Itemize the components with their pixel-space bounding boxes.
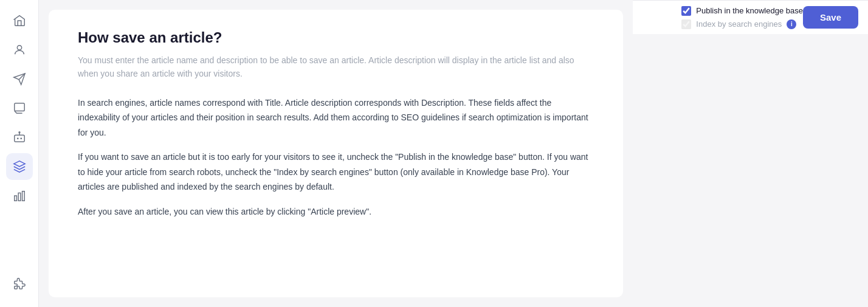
sidebar-item-contacts[interactable]: [6, 36, 33, 63]
index-info-icon[interactable]: i: [787, 19, 796, 29]
svg-rect-4: [14, 135, 24, 142]
user-icon: [13, 43, 26, 57]
svg-point-0: [17, 46, 21, 50]
index-checkbox-row[interactable]: Index by search engines i: [681, 19, 803, 29]
publish-checkbox-row[interactable]: Publish in the knowledge base: [681, 6, 803, 16]
sidebar: [0, 0, 39, 307]
footer-bar: Publish in the knowledge base Index by s…: [633, 0, 868, 34]
svg-rect-8: [14, 196, 16, 201]
bot-icon: [13, 131, 26, 144]
article-para-2: If you want to save an article but it is…: [78, 150, 594, 195]
index-checkbox[interactable]: [681, 19, 691, 29]
main-content: How save an article? You must enter the …: [39, 0, 633, 307]
sidebar-item-integrations[interactable]: [6, 271, 33, 297]
graduation-cap-icon: [13, 160, 26, 173]
publish-label: Publish in the knowledge base: [696, 6, 803, 15]
message-square-icon: [13, 102, 26, 115]
article-title: How save an article?: [78, 29, 594, 46]
sidebar-item-home[interactable]: [6, 7, 33, 34]
article-body: In search engines, article names corresp…: [78, 95, 594, 219]
svg-rect-3: [14, 103, 24, 111]
svg-point-5: [16, 137, 18, 139]
article-subtitle: You must enter the article name and desc…: [78, 53, 594, 81]
footer-checkboxes: Publish in the knowledge base Index by s…: [681, 6, 803, 29]
article-card: How save an article? You must enter the …: [49, 10, 623, 297]
sidebar-item-reports[interactable]: [6, 182, 33, 209]
sidebar-item-campaigns[interactable]: [6, 66, 33, 92]
puzzle-icon: [13, 277, 26, 291]
sidebar-item-knowledge-base[interactable]: [6, 153, 33, 180]
send-icon: [13, 72, 26, 86]
home-icon: [13, 14, 26, 27]
svg-point-7: [19, 132, 20, 133]
save-button[interactable]: Save: [803, 6, 858, 29]
index-label: Index by search engines: [696, 19, 782, 29]
sidebar-item-bot[interactable]: [6, 124, 33, 151]
article-para-3: After you save an article, you can view …: [78, 204, 594, 219]
sidebar-item-conversations[interactable]: [6, 95, 33, 122]
svg-rect-10: [22, 191, 24, 201]
article-para-1: In search engines, article names corresp…: [78, 95, 594, 140]
svg-point-6: [20, 137, 22, 139]
publish-checkbox[interactable]: [681, 6, 691, 16]
svg-rect-9: [18, 193, 21, 201]
bar-chart-icon: [13, 189, 26, 202]
